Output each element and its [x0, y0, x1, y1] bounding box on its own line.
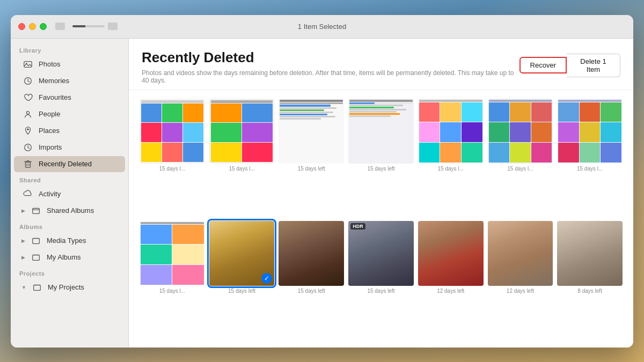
- main-area: Library Photos M: [11, 39, 633, 348]
- photo-thumbnail: [209, 99, 275, 164]
- photo-item[interactable]: 8 days left: [557, 221, 623, 339]
- photo-label: 15 days l...: [418, 166, 484, 172]
- app-window: 1 Item Selected Library Photos: [11, 15, 633, 348]
- sidebar-item-shared-albums[interactable]: ▶ Shared Albums: [14, 203, 125, 219]
- photo-label: 15 days left: [348, 288, 414, 294]
- photo-grid: 15 days l...: [129, 90, 633, 348]
- sidebar-item-photos[interactable]: Photos: [14, 56, 125, 72]
- sidebar-imports-label: Imports: [39, 143, 62, 151]
- delete-button[interactable]: Delete 1 Item: [567, 54, 620, 77]
- photo-label: 15 days l...: [140, 288, 205, 294]
- svg-rect-13: [33, 255, 40, 260]
- content-header: Recently Deleted Photos and videos show …: [129, 39, 633, 90]
- my-albums-icon: [31, 252, 41, 263]
- photo-thumbnail: [279, 99, 344, 164]
- sidebar-item-imports[interactable]: Imports: [14, 139, 125, 156]
- sidebar-memories-label: Memories: [39, 77, 69, 85]
- close-button[interactable]: [18, 23, 25, 30]
- page-title: Recently Deleted: [142, 49, 519, 66]
- shared-section-label: Shared: [11, 173, 128, 186]
- photo-item[interactable]: 15 days left: [279, 99, 344, 217]
- sidebar-item-favourites[interactable]: Favourites: [14, 90, 125, 106]
- photo-item[interactable]: 15 days l...: [140, 221, 205, 339]
- traffic-lights: [18, 23, 47, 30]
- photo-thumbnail: [279, 221, 344, 286]
- svg-point-3: [26, 111, 29, 114]
- photo-label: 15 days l...: [557, 166, 623, 172]
- photo-item[interactable]: 15 days left: [348, 99, 414, 217]
- photo-thumbnail: [418, 221, 484, 286]
- photo-item[interactable]: 15 days left: [279, 221, 344, 339]
- sidebar-item-my-albums[interactable]: ▶ My Albums: [14, 249, 125, 265]
- photo-label: 8 days left: [557, 288, 623, 294]
- content-area: Recently Deleted Photos and videos show …: [129, 39, 633, 348]
- photo-item[interactable]: 15 days l...: [557, 99, 623, 217]
- sidebar-item-recently-deleted[interactable]: Recently Deleted: [14, 156, 125, 172]
- svg-rect-0: [24, 61, 32, 67]
- sidebar-activity-label: Activity: [39, 190, 61, 198]
- sidebar-photos-label: Photos: [39, 60, 60, 68]
- photo-item[interactable]: 12 days left: [418, 221, 484, 339]
- sidebar: Library Photos M: [11, 39, 129, 348]
- hdr-badge: HDR: [350, 223, 365, 230]
- photo-label: 15 days left: [209, 288, 275, 294]
- photo-thumbnail: [418, 99, 484, 164]
- sidebar-my-projects-label: My Projects: [48, 283, 84, 291]
- svg-rect-14: [34, 285, 41, 290]
- cloud-icon: [23, 189, 33, 200]
- svg-point-4: [27, 128, 29, 130]
- media-types-icon: [31, 235, 41, 246]
- sidebar-my-albums-label: My Albums: [47, 253, 81, 261]
- photo-label: 15 days left: [279, 166, 344, 172]
- photo-thumbnail: [348, 99, 414, 164]
- photo-item[interactable]: HDR 15 days left: [348, 221, 414, 339]
- person-icon: [23, 109, 33, 120]
- pin-icon: [23, 125, 33, 136]
- my-projects-icon: [32, 282, 42, 293]
- shared-albums-icon: [31, 205, 41, 216]
- action-buttons: Recover Delete 1 Item: [519, 54, 620, 77]
- photo-label: 12 days left: [418, 288, 484, 294]
- svg-rect-12: [33, 238, 40, 243]
- photo-thumbnail: [557, 99, 623, 164]
- view-toggle-icon[interactable]: [108, 23, 118, 30]
- photo-item[interactable]: 15 days l...: [418, 99, 484, 217]
- window-controls: [55, 23, 118, 30]
- title-area: Recently Deleted Photos and videos show …: [142, 49, 519, 84]
- photo-label: 15 days left: [279, 288, 344, 294]
- photo-item[interactable]: ✓ 15 days left: [209, 221, 275, 339]
- photo-label: 15 days l...: [140, 166, 205, 172]
- photo-thumbnail: [488, 221, 553, 286]
- photo-item[interactable]: 12 days left: [488, 221, 553, 339]
- memories-icon: [23, 76, 33, 86]
- photo-thumbnail: [140, 99, 205, 164]
- zoom-slider[interactable]: [72, 25, 105, 27]
- photo-item[interactable]: 15 days l...: [140, 99, 205, 217]
- sidebar-favourites-label: Favourites: [39, 93, 71, 101]
- photo-thumbnail: ✓: [209, 221, 275, 286]
- sidebar-recently-deleted-label: Recently Deleted: [39, 160, 92, 168]
- sidebar-people-label: People: [39, 110, 60, 118]
- photo-item[interactable]: 15 days l...: [488, 99, 553, 217]
- sidebar-item-people[interactable]: People: [14, 106, 125, 122]
- trash-icon: [23, 159, 33, 169]
- albums-section-label: Albums: [11, 219, 128, 232]
- sidebar-item-my-projects[interactable]: ▼ My Projects: [14, 279, 125, 295]
- minimize-button[interactable]: [29, 23, 36, 30]
- photo-thumbnail: [140, 221, 205, 286]
- photo-label: 15 days left: [348, 166, 414, 172]
- sidebar-item-activity[interactable]: Activity: [14, 186, 125, 202]
- sidebar-item-places[interactable]: Places: [14, 123, 125, 139]
- recover-button[interactable]: Recover: [519, 57, 567, 73]
- sidebar-places-label: Places: [39, 127, 60, 135]
- sidebar-item-memories[interactable]: Memories: [14, 73, 125, 89]
- photo-thumbnail: HDR: [348, 221, 414, 286]
- photo-label: 12 days left: [488, 288, 553, 294]
- photo-label: 15 days l...: [488, 166, 553, 172]
- sidebar-toggle-icon[interactable]: [55, 23, 65, 30]
- sidebar-item-media-types[interactable]: ▶ Media Types: [14, 233, 125, 249]
- fullscreen-button[interactable]: [40, 23, 47, 30]
- photo-icon: [23, 59, 33, 70]
- photo-item[interactable]: 15 days l...: [209, 99, 275, 217]
- heart-icon: [23, 92, 33, 103]
